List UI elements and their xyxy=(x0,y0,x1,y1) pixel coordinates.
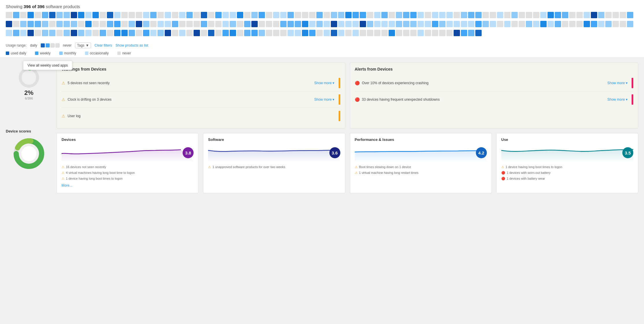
tags-dropdown[interactable]: Tags ▼ xyxy=(75,43,91,48)
heatmap-cell[interactable] xyxy=(569,21,576,27)
heatmap-cell[interactable] xyxy=(222,21,229,27)
heatmap-cell[interactable] xyxy=(482,21,489,27)
heatmap-cell[interactable] xyxy=(165,21,171,27)
heatmap-cell[interactable] xyxy=(20,21,27,27)
heatmap-cell[interactable] xyxy=(295,21,301,27)
heatmap-cell[interactable] xyxy=(150,21,157,27)
heatmap-cell[interactable] xyxy=(555,12,561,18)
heatmap-cell[interactable] xyxy=(13,21,19,27)
heatmap-cell[interactable] xyxy=(143,21,149,27)
heatmap-cell[interactable] xyxy=(186,21,193,27)
heatmap-cell[interactable] xyxy=(468,21,474,27)
heatmap-cell[interactable] xyxy=(526,12,532,18)
heatmap-cell[interactable] xyxy=(345,12,352,18)
heatmap-cell[interactable] xyxy=(237,30,243,36)
heatmap-cell[interactable] xyxy=(396,21,402,27)
heatmap-cell[interactable] xyxy=(172,12,178,18)
heatmap-cell[interactable] xyxy=(461,21,467,27)
heatmap-cell[interactable] xyxy=(417,12,424,18)
heatmap-cell[interactable] xyxy=(42,21,48,27)
heatmap-cell[interactable] xyxy=(143,12,149,18)
heatmap-cell[interactable] xyxy=(461,30,467,36)
heatmap-cell[interactable] xyxy=(324,30,330,36)
heatmap-cell[interactable] xyxy=(591,12,597,18)
heatmap-cell[interactable] xyxy=(367,21,373,27)
heatmap-cell[interactable] xyxy=(259,12,265,18)
heatmap-cell[interactable] xyxy=(526,21,532,27)
heatmap-cell[interactable] xyxy=(584,12,590,18)
heatmap-cell[interactable] xyxy=(114,30,120,36)
heatmap-cell[interactable] xyxy=(85,12,92,18)
heatmap-cell[interactable] xyxy=(92,30,99,36)
heatmap-cell[interactable] xyxy=(172,21,178,27)
heatmap-cell[interactable] xyxy=(410,21,417,27)
heatmap-cell[interactable] xyxy=(403,21,409,27)
heatmap-cell[interactable] xyxy=(540,12,547,18)
heatmap-cell[interactable] xyxy=(468,30,474,36)
heatmap-cell[interactable] xyxy=(396,30,402,36)
heatmap-cell[interactable] xyxy=(121,30,128,36)
heatmap-cell[interactable] xyxy=(454,21,460,27)
heatmap-cell[interactable] xyxy=(627,21,633,27)
heatmap-cell[interactable] xyxy=(367,12,373,18)
heatmap-cell[interactable] xyxy=(345,30,352,36)
heatmap-cell[interactable] xyxy=(244,21,250,27)
heatmap-cell[interactable] xyxy=(157,21,164,27)
heatmap-cell[interactable] xyxy=(497,21,503,27)
heatmap-cell[interactable] xyxy=(208,30,214,36)
heatmap-cell[interactable] xyxy=(605,21,612,27)
heatmap-cell[interactable] xyxy=(591,21,597,27)
heatmap-cell[interactable] xyxy=(100,21,106,27)
heatmap-cell[interactable] xyxy=(533,21,539,27)
heatmap-cell[interactable] xyxy=(389,21,395,27)
heatmap-cell[interactable] xyxy=(468,12,474,18)
heatmap-cell[interactable] xyxy=(490,21,496,27)
heatmap-cell[interactable] xyxy=(49,30,55,36)
heatmap-cell[interactable] xyxy=(316,12,323,18)
heatmap-cell[interactable] xyxy=(374,30,381,36)
heatmap-cell[interactable] xyxy=(425,21,431,27)
heatmap-cell[interactable] xyxy=(374,21,381,27)
heatmap-cell[interactable] xyxy=(309,12,315,18)
heatmap-cell[interactable] xyxy=(345,21,352,27)
heatmap-cell[interactable] xyxy=(222,30,229,36)
heatmap-cell[interactable] xyxy=(620,21,626,27)
heatmap-cell[interactable] xyxy=(107,12,113,18)
heatmap-cell[interactable] xyxy=(215,30,222,36)
heatmap-cell[interactable] xyxy=(136,21,142,27)
heatmap-cell[interactable] xyxy=(237,21,243,27)
heatmap-cell[interactable] xyxy=(208,21,214,27)
heatmap-cell[interactable] xyxy=(244,12,250,18)
heatmap-cell[interactable] xyxy=(251,30,258,36)
more-link-devices[interactable]: More... xyxy=(62,183,194,189)
heatmap-cell[interactable] xyxy=(222,12,229,18)
usage-box-never[interactable] xyxy=(51,43,55,47)
show-products-list-link[interactable]: Show products as list xyxy=(116,43,148,47)
heatmap-cell[interactable] xyxy=(381,21,388,27)
heatmap-cell[interactable] xyxy=(439,12,446,18)
heatmap-cell[interactable] xyxy=(367,30,373,36)
heatmap-cell[interactable] xyxy=(64,12,70,18)
heatmap-cell[interactable] xyxy=(316,30,323,36)
heatmap-cell[interactable] xyxy=(71,21,77,27)
heatmap-cell[interactable] xyxy=(136,12,142,18)
show-more-link-1[interactable]: Show more ▾ xyxy=(314,97,334,102)
heatmap-cell[interactable] xyxy=(85,30,92,36)
heatmap-cell[interactable] xyxy=(201,30,207,36)
heatmap-cell[interactable] xyxy=(309,30,315,36)
heatmap-cell[interactable] xyxy=(360,21,366,27)
heatmap-cell[interactable] xyxy=(504,12,511,18)
heatmap-cell[interactable] xyxy=(352,12,359,18)
heatmap-cell[interactable] xyxy=(259,30,265,36)
heatmap-cell[interactable] xyxy=(425,12,431,18)
heatmap-cell[interactable] xyxy=(432,21,438,27)
heatmap-cell[interactable] xyxy=(78,21,84,27)
clear-filters-link[interactable]: Clear filters xyxy=(94,43,112,47)
heatmap-cell[interactable] xyxy=(143,30,149,36)
heatmap-cell[interactable] xyxy=(172,30,178,36)
heatmap-cell[interactable] xyxy=(562,12,568,18)
alert-show-more-0[interactable]: Show more ▾ xyxy=(607,81,628,85)
heatmap-cell[interactable] xyxy=(555,21,561,27)
heatmap-cell[interactable] xyxy=(569,12,576,18)
heatmap-cell[interactable] xyxy=(295,12,301,18)
